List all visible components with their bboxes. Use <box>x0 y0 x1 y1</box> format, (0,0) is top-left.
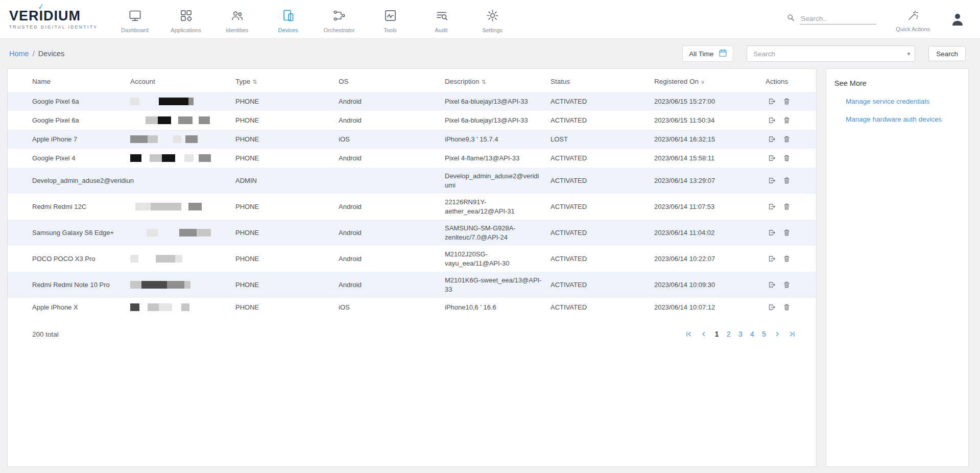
view-sessions-button[interactable] <box>766 227 778 238</box>
redacted-account <box>130 281 227 289</box>
column-header-description[interactable]: Description⇅ <box>441 70 546 92</box>
main-content: Name Account Type⇅ OS Description⇅ Statu… <box>0 67 980 467</box>
table-search-combobox[interactable]: ▾ <box>747 45 915 62</box>
manage-service-credentials-link[interactable]: Manage service credentials <box>846 98 960 105</box>
device-registered-on: 2023/06/14 10:22:07 <box>650 246 761 272</box>
device-account <box>126 298 231 317</box>
delete-device-button[interactable] <box>780 175 793 186</box>
nav-item-identities[interactable]: Identities <box>211 0 262 38</box>
user-profile-button[interactable] <box>949 11 966 28</box>
pagination: 1 2 3 4 5 <box>685 330 796 338</box>
delete-device-button[interactable] <box>780 96 793 107</box>
delete-device-button[interactable] <box>780 115 793 126</box>
view-sessions-button[interactable] <box>766 302 778 313</box>
view-sessions-button[interactable] <box>766 253 778 264</box>
nav-label: Orchestrator <box>323 27 354 33</box>
delete-device-button[interactable] <box>780 253 793 264</box>
device-name: Google Pixel 6a <box>8 111 126 130</box>
main-nav: Dashboard Applications Identities Device… <box>109 0 518 38</box>
nav-item-tools[interactable]: Tools <box>365 0 416 38</box>
page-number[interactable]: 5 <box>762 330 766 338</box>
sort-icon: ⇅ <box>482 79 486 85</box>
device-os: Android <box>334 246 441 272</box>
device-account <box>126 149 231 168</box>
nav-item-settings[interactable]: Settings <box>467 0 518 38</box>
device-type: PHONE <box>231 194 334 220</box>
devices-icon <box>281 9 295 25</box>
nav-label: Applications <box>171 27 201 33</box>
quick-actions-label: Quick Actions <box>896 26 930 32</box>
previous-page-button[interactable] <box>700 330 707 338</box>
search-button[interactable]: Search <box>928 46 966 61</box>
delete-device-button[interactable] <box>780 302 793 313</box>
trash-icon <box>782 135 791 144</box>
box-arrow-right-icon <box>768 154 776 162</box>
view-sessions-button[interactable] <box>766 175 778 186</box>
page-number[interactable]: 1 <box>715 330 719 338</box>
nav-item-audit[interactable]: Audit <box>416 0 467 38</box>
device-os <box>334 168 441 194</box>
delete-device-button[interactable] <box>780 153 793 163</box>
column-header-type[interactable]: Type⇅ <box>231 70 334 92</box>
last-page-icon <box>788 330 796 338</box>
device-os: Android <box>334 149 441 168</box>
device-description: iPhone10,6 ' 16.6 <box>441 298 546 317</box>
quick-actions-button[interactable]: Quick Actions <box>896 6 930 32</box>
column-header-registered-on[interactable]: Registered On∨ <box>650 70 761 92</box>
device-type: PHONE <box>231 130 334 149</box>
trash-icon <box>782 116 791 125</box>
view-sessions-button[interactable] <box>766 96 778 107</box>
redacted-account <box>130 98 227 105</box>
trash-icon <box>782 154 791 162</box>
table-row: Redmi Redmi Note 10 Pro PHONE Android M2… <box>8 272 816 298</box>
breadcrumb-current: Devices <box>38 50 65 58</box>
view-sessions-button[interactable] <box>766 115 778 126</box>
device-os: Android <box>334 220 441 246</box>
time-range-filter-button[interactable]: All Time <box>682 45 733 62</box>
device-account <box>126 272 231 298</box>
last-page-button[interactable] <box>788 330 796 338</box>
trash-icon <box>782 228 791 237</box>
view-sessions-button[interactable] <box>766 201 778 212</box>
brand-tagline: TRUSTED DIGITAL IDENTITY <box>9 25 102 30</box>
nav-item-devices[interactable]: Devices <box>262 0 314 38</box>
device-os: iOS <box>334 298 441 317</box>
manage-hardware-auth-devices-link[interactable]: Manage hardware auth devices <box>846 115 960 123</box>
topbar-right: Quick Actions <box>786 0 966 38</box>
device-name: Google Pixel 4 <box>8 149 126 168</box>
table-search-input[interactable] <box>747 50 915 58</box>
magic-wand-icon <box>907 9 919 23</box>
global-search-input[interactable] <box>800 13 876 25</box>
delete-device-button[interactable] <box>780 227 793 238</box>
box-arrow-right-icon <box>768 135 776 144</box>
orchestrator-icon <box>332 9 346 25</box>
nav-item-orchestrator[interactable]: Orchestrator <box>314 0 365 38</box>
delete-device-button[interactable] <box>780 134 793 145</box>
delete-device-button[interactable] <box>780 279 793 290</box>
device-name: Samsung Galaxy S6 Edge+ <box>8 220 126 246</box>
view-sessions-button[interactable] <box>766 134 778 145</box>
page-number[interactable]: 4 <box>750 330 754 338</box>
nav-item-dashboard[interactable]: Dashboard <box>109 0 160 38</box>
column-header-os: OS <box>334 70 441 92</box>
next-page-button[interactable] <box>774 330 781 338</box>
view-sessions-button[interactable] <box>766 279 778 290</box>
sort-icon: ∨ <box>701 79 705 85</box>
breadcrumb: Home / Devices <box>9 50 64 58</box>
first-page-button[interactable] <box>685 330 692 338</box>
device-name: Apple iPhone X <box>8 298 126 317</box>
box-arrow-right-icon <box>768 280 776 289</box>
chevron-right-icon <box>774 330 781 338</box>
search-icon <box>786 13 796 25</box>
device-registered-on: 2023/06/14 11:04:02 <box>650 220 761 246</box>
trash-icon <box>782 254 791 263</box>
page-number[interactable]: 3 <box>738 330 743 338</box>
breadcrumb-separator: / <box>33 50 35 58</box>
nav-item-applications[interactable]: Applications <box>160 0 211 38</box>
page-number[interactable]: 2 <box>727 330 731 338</box>
breadcrumb-home-link[interactable]: Home <box>9 50 29 58</box>
table-row: Apple iPhone X PHONE iOS iPhone10,6 ' 16… <box>8 298 816 317</box>
view-sessions-button[interactable] <box>766 153 778 163</box>
delete-device-button[interactable] <box>780 201 793 212</box>
global-search <box>786 13 876 26</box>
